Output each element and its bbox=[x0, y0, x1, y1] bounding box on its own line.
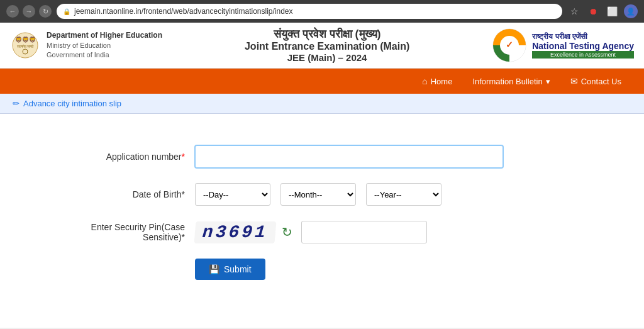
submit-label: Submit bbox=[224, 264, 252, 274]
nta-hindi-text: राष्ट्रीय परीक्षा एजेंसी bbox=[532, 32, 634, 41]
day-select[interactable]: --Day-- bbox=[195, 183, 270, 206]
nta-logo: ✓ राष्ट्रीय परीक्षा एजेंसी National Test… bbox=[492, 28, 634, 63]
forward-button[interactable]: → bbox=[23, 5, 35, 18]
nta-tagline-text: Excellence in Assessment bbox=[532, 51, 634, 59]
dropdown-icon: ▾ bbox=[546, 77, 550, 86]
captcha-refresh-icon[interactable]: ↻ bbox=[282, 225, 292, 240]
application-number-input[interactable] bbox=[195, 145, 503, 168]
refresh-button[interactable]: ↻ bbox=[39, 5, 52, 18]
submit-button[interactable]: 💾 Submit bbox=[195, 259, 265, 280]
ministry-text: Ministry of Education bbox=[47, 41, 162, 50]
browser-nav-controls: ← → ↻ bbox=[6, 5, 52, 18]
nav-contact[interactable]: ✉ Contact Us bbox=[560, 69, 631, 94]
breadcrumb-text: Advance city intimation slip bbox=[23, 99, 121, 108]
nta-logo-circle: ✓ bbox=[492, 28, 527, 63]
nav-home[interactable]: ⌂ Home bbox=[412, 69, 462, 94]
app-number-label: Application number* bbox=[57, 152, 195, 162]
browser-action-buttons: ☆ ⏺ ⬜ 👤 bbox=[567, 4, 638, 18]
site-header: 🦁🦁🦁 सत्यमेव जयते Department of Higher Ed… bbox=[0, 23, 644, 69]
required-star-captcha: * bbox=[182, 232, 185, 242]
header-left: 🦁🦁🦁 सत्यमेव जयते Department of Higher Ed… bbox=[10, 30, 162, 60]
form-container: Application number* Date of Birth* --Day… bbox=[19, 126, 625, 299]
nav-contact-label: Contact Us bbox=[581, 77, 621, 86]
svg-text:✓: ✓ bbox=[506, 40, 513, 50]
extensions-button[interactable]: ⬜ bbox=[605, 4, 619, 18]
year-select[interactable]: --Year-- bbox=[366, 183, 441, 206]
govt-emblem: 🦁🦁🦁 सत्यमेव जयते bbox=[10, 30, 40, 60]
nav-bar: ⌂ Home Information Bulletin ▾ ✉ Contact … bbox=[0, 69, 644, 94]
header-center: संयुक्त प्रवेश परीक्षा (मुख्य) Joint Ent… bbox=[162, 28, 492, 63]
submit-icon: 💾 bbox=[209, 264, 219, 274]
hindi-title: संयुक्त प्रवेश परीक्षा (मुख्य) bbox=[162, 28, 492, 41]
svg-text:सत्यमेव जयते: सत्यमेव जयते bbox=[16, 44, 35, 48]
dept-name-text: Department of Higher Education bbox=[47, 30, 162, 41]
breadcrumb-icon: ✏ bbox=[13, 99, 19, 108]
nav-bulletin-label: Information Bulletin bbox=[472, 77, 542, 86]
required-star-dob: * bbox=[182, 189, 185, 199]
dob-selects: --Day-- --Month-- --Year-- bbox=[195, 183, 441, 206]
back-button[interactable]: ← bbox=[6, 5, 19, 18]
eng-title: Joint Entrance Examination (Main) bbox=[162, 41, 492, 52]
captcha-input[interactable] bbox=[301, 221, 427, 243]
lock-icon: 🔒 bbox=[63, 8, 70, 15]
exam-year: JEE (Main) – 2024 bbox=[162, 52, 492, 63]
browser-chrome: ← → ↻ 🔒 jeemain.ntaonline.in/frontend/we… bbox=[0, 0, 644, 23]
header-right: ✓ राष्ट्रीय परीक्षा एजेंसी National Test… bbox=[492, 28, 634, 63]
header-department: Department of Higher Education Ministry … bbox=[47, 30, 162, 60]
contact-icon: ✉ bbox=[570, 76, 578, 86]
submit-row: 💾 Submit bbox=[57, 259, 587, 280]
nta-name-text: National Testing Agency bbox=[532, 41, 634, 51]
captcha-image: n3691 bbox=[194, 221, 276, 243]
dob-label: Date of Birth* bbox=[57, 189, 195, 199]
app-number-row: Application number* bbox=[57, 145, 587, 168]
nav-bulletin[interactable]: Information Bulletin ▾ bbox=[462, 69, 560, 94]
svg-text:🦁🦁🦁: 🦁🦁🦁 bbox=[15, 36, 36, 43]
nav-home-label: Home bbox=[431, 77, 453, 86]
govt-text: Government of India bbox=[47, 50, 162, 60]
url-bar[interactable]: 🔒 jeemain.ntaonline.in/frontend/web/adva… bbox=[57, 4, 562, 19]
url-text: jeemain.ntaonline.in/frontend/web/advanc… bbox=[74, 7, 293, 16]
nta-text-block: राष्ट्रीय परीक्षा एजेंसी National Testin… bbox=[532, 32, 634, 59]
captcha-label: Enter Security Pin(Case Sensitive)* bbox=[57, 222, 195, 242]
required-star-app: * bbox=[182, 152, 185, 162]
captcha-row: Enter Security Pin(Case Sensitive)* n369… bbox=[57, 221, 587, 243]
dob-row: Date of Birth* --Day-- --Month-- --Year-… bbox=[57, 183, 587, 206]
main-content: Application number* Date of Birth* --Day… bbox=[0, 114, 644, 328]
profile-button user[interactable]: 👤 bbox=[624, 4, 638, 18]
breadcrumb-bar: ✏ Advance city intimation slip bbox=[0, 94, 644, 114]
bookmark-button[interactable]: ☆ bbox=[567, 4, 581, 18]
month-select[interactable]: --Month-- bbox=[280, 183, 356, 206]
home-icon: ⌂ bbox=[422, 76, 427, 86]
record-button[interactable]: ⏺ bbox=[586, 4, 600, 18]
